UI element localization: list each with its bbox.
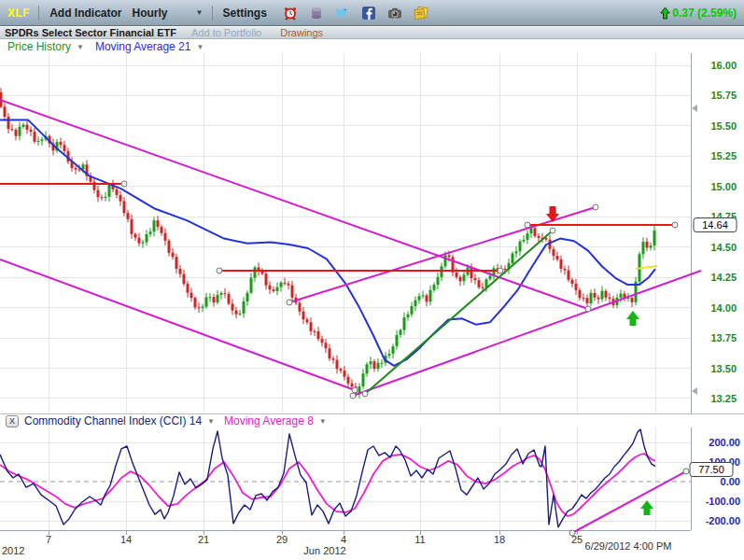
drawing-handle[interactable] xyxy=(287,300,292,305)
instrument-name: SPDRs Select Sector Financial ETF xyxy=(5,27,176,38)
svg-text:14.64: 14.64 xyxy=(702,219,728,231)
moving-average-8-dropdown[interactable]: Moving Average 8 xyxy=(224,414,314,427)
drawing-handle[interactable] xyxy=(362,391,368,397)
drawing-handle[interactable] xyxy=(569,530,575,536)
cci-moving-average-line[interactable] xyxy=(0,454,655,516)
divider xyxy=(212,6,213,21)
drawing-handle[interactable] xyxy=(217,268,222,273)
alarm-icon[interactable] xyxy=(283,6,298,21)
cci-axis-label: 0.00 xyxy=(721,476,740,487)
time-axis-label: 6/29/2012 4:00 PM xyxy=(585,540,672,552)
drawings-menu[interactable]: Drawings xyxy=(280,27,323,38)
drawing-handle[interactable] xyxy=(498,268,503,273)
buy-arrow-price[interactable] xyxy=(626,311,639,326)
time-axis-label: Jun 2012 xyxy=(303,545,345,556)
cci-axis-label: -100.00 xyxy=(706,496,740,507)
camera-icon[interactable] xyxy=(387,6,402,21)
drawing-handle[interactable] xyxy=(525,222,530,228)
drawing-handle[interactable] xyxy=(672,222,678,228)
time-axis-label: 29 xyxy=(276,534,288,545)
add-to-portfolio-link[interactable]: Add to Portfolio xyxy=(191,27,261,38)
stock-chart-window: 16.0015.7515.5015.2515.0014.7514.5014.25… xyxy=(0,0,744,560)
price-change: 0.37 (2.59%) xyxy=(660,7,738,20)
facebook-icon[interactable] xyxy=(361,6,376,21)
time-axis-label: 2012 xyxy=(2,545,24,556)
top-toolbar: XLF Add Indicator Hourly ▼ Settings xyxy=(0,0,744,26)
rising-resistance-line[interactable] xyxy=(289,207,596,302)
price-axis-label: 14.50 xyxy=(710,242,737,253)
interval-value: Hourly xyxy=(133,7,168,20)
price-axis-label: 15.00 xyxy=(710,181,737,192)
cci-axis-label: -200.00 xyxy=(706,515,740,526)
chevron-down-icon[interactable]: ▼ xyxy=(196,43,204,51)
change-text: 0.37 (2.59%) xyxy=(672,7,737,20)
moving-average-21-dropdown[interactable]: Moving Average 21 xyxy=(95,40,191,53)
price-history-dropdown[interactable]: Price History xyxy=(7,40,71,53)
time-axis-label: 14 xyxy=(120,534,132,545)
chevron-down-icon[interactable]: ▼ xyxy=(207,417,215,426)
price-axis-label: 13.50 xyxy=(710,363,737,374)
settings-button[interactable]: Settings xyxy=(221,7,269,20)
interval-dropdown[interactable]: Hourly ▼ xyxy=(133,7,204,20)
time-axis-label: 18 xyxy=(494,534,505,545)
chevron-down-icon[interactable]: ▼ xyxy=(77,43,84,51)
up-arrow-icon xyxy=(660,7,670,20)
drawing-handle[interactable] xyxy=(593,204,598,210)
axis-marker-icon xyxy=(692,105,697,112)
time-axis-label: 7 xyxy=(46,534,51,545)
time-axis-label: 11 xyxy=(414,534,425,545)
last-price-box: 14.64 xyxy=(694,218,737,232)
notes-icon[interactable] xyxy=(414,6,428,21)
price-axis-label: 14.00 xyxy=(710,302,737,314)
time-axis-label: 4 xyxy=(341,534,346,545)
price-panel-header: Price History ▼ Moving Average 21 ▼ xyxy=(0,40,744,53)
add-indicator-button[interactable]: Add Indicator xyxy=(48,7,123,20)
price-axis-label: 13.75 xyxy=(710,332,737,343)
buy-arrow-cci[interactable] xyxy=(640,500,653,515)
drawing-handle[interactable] xyxy=(585,306,591,312)
drawing-handle[interactable] xyxy=(683,469,689,474)
symbol-label: XLF xyxy=(6,7,30,20)
last-cci-box: 77.50 xyxy=(690,463,733,477)
rising-support-line[interactable] xyxy=(353,271,701,396)
price-axis-label: 16.00 xyxy=(710,60,737,71)
gridlines xyxy=(0,52,692,531)
database-icon[interactable] xyxy=(309,6,324,21)
cci-trendline[interactable] xyxy=(572,471,686,533)
svg-text:77.50: 77.50 xyxy=(698,464,724,475)
chart-canvas[interactable]: 16.0015.7515.5015.2515.0014.7514.5014.25… xyxy=(0,0,744,560)
symbol-bar: SPDRs Select Sector Financial ETF Add to… xyxy=(0,27,744,39)
cci-axis-label: 200.00 xyxy=(709,437,740,448)
drawings[interactable]: 14.6477.50 xyxy=(0,100,737,536)
cci-panel-header: X Commodity Channel Index (CCI) 14 ▼ Mov… xyxy=(0,413,744,427)
price-axis-label: 15.50 xyxy=(710,120,737,132)
drawing-handle[interactable] xyxy=(550,228,555,233)
drawing-handle[interactable] xyxy=(352,387,358,393)
falling-support-line[interactable] xyxy=(0,259,355,390)
twitter-icon[interactable] xyxy=(335,6,350,21)
divider xyxy=(38,6,39,21)
drawing-handle[interactable] xyxy=(121,181,127,187)
chevron-down-icon: ▼ xyxy=(196,8,204,17)
cci-line[interactable] xyxy=(0,429,655,527)
price-axis-label: 13.25 xyxy=(710,393,737,404)
axis-marker-icon xyxy=(692,387,697,395)
time-axis-label: 21 xyxy=(198,534,209,545)
chevron-down-icon[interactable]: ▼ xyxy=(319,417,327,426)
moving-average-21-line[interactable] xyxy=(0,119,655,366)
close-indicator-button[interactable]: X xyxy=(6,415,19,427)
drawing-handle[interactable] xyxy=(350,393,356,399)
cci-dropdown[interactable]: Commodity Channel Index (CCI) 14 xyxy=(24,414,202,427)
toolbar-icons xyxy=(283,6,428,21)
green-trendline[interactable] xyxy=(365,231,553,394)
price-axis-label: 15.75 xyxy=(710,90,737,101)
price-axis-label: 15.25 xyxy=(710,150,737,161)
price-axis-label: 14.25 xyxy=(710,272,737,283)
